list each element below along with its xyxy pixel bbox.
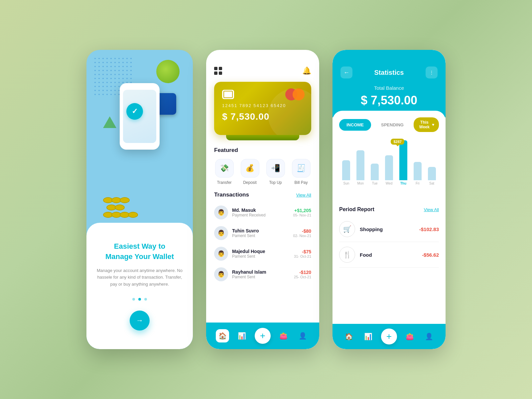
income-spending-toggle: INCOME SPENDING This Week ♥ — [339, 117, 439, 132]
trans-amount: -$120 — [294, 270, 311, 275]
notification-icon[interactable]: 🔔 — [302, 66, 311, 75]
shopping-label: Shopping — [360, 226, 383, 232]
statistics-title: Statistics — [374, 69, 404, 76]
bank-card-container: 12451 7892 54123 65420 $ 7,530.00 — [206, 82, 319, 140]
feature-billpay[interactable]: 🧾 Bill Pay — [292, 159, 311, 185]
bar-thu — [399, 140, 407, 180]
s3-nav-profile-icon[interactable]: 👤 — [423, 330, 436, 343]
coin — [120, 197, 130, 203]
trans-sub: Payment Received — [232, 213, 289, 217]
feature-deposit[interactable]: 💰 Deposit — [241, 159, 259, 185]
bar-wed — [385, 155, 393, 180]
period-report-title: Period Report — [339, 206, 374, 212]
nav-profile-icon[interactable]: 👤 — [296, 329, 310, 342]
bar-label-mon: Mon — [357, 182, 364, 185]
trans-amount-col: -$75 31- Oct-21 — [294, 249, 311, 258]
trans-amount-col: -$80 02- Nov-21 — [293, 228, 311, 238]
s3-nav-home-icon[interactable]: 🏠 — [342, 330, 355, 343]
feature-topup[interactable]: 📲 Top Up — [266, 159, 285, 185]
s3-nav-chart-icon[interactable]: 📊 — [362, 330, 375, 343]
bar-sun — [342, 160, 350, 180]
feature-transfer[interactable]: 💸 Transfer — [215, 159, 234, 185]
this-week-button[interactable]: This Week ♥ — [414, 117, 439, 132]
mastercard-red — [285, 88, 297, 100]
coins-decoration — [105, 197, 138, 218]
statistics-header: ← Statistics ⋮ Total Balance $ 7,530.00 — [332, 50, 446, 117]
bar-col-sun: Sun — [340, 139, 352, 185]
trans-amount: -$80 — [293, 228, 311, 234]
dot-3 — [144, 298, 147, 301]
food-amount: -$56.62 — [422, 252, 439, 258]
period-view-all[interactable]: View All — [424, 207, 439, 212]
screen2-home: 🔔 12451 7892 54123 65420 $ 7,530.00 Feat… — [206, 50, 319, 349]
card-shadow — [226, 135, 299, 140]
bar-label-sat: Sat — [429, 182, 434, 185]
stats-nav: ← Statistics ⋮ — [340, 66, 438, 78]
back-button[interactable]: ← — [340, 66, 352, 78]
screen3-statistics: ← Statistics ⋮ Total Balance $ 7,530.00 … — [332, 50, 446, 349]
bar-label-fri: Fri — [416, 182, 420, 185]
next-button[interactable] — [130, 311, 150, 331]
price-tooltip: $287 — [391, 139, 404, 145]
transactions-title: Transactions — [214, 192, 249, 198]
s3-nav-add-button[interactable]: + — [381, 329, 397, 344]
deposit-label: Deposit — [243, 180, 257, 185]
transactions-view-all[interactable]: View All — [296, 193, 311, 198]
bar-chart: $287 Sun Mon Tue Wed — [339, 139, 439, 199]
phone-body — [120, 83, 160, 150]
nav-chart-icon[interactable]: 📊 — [235, 329, 249, 342]
grid-cell — [219, 71, 222, 75]
statistics-bottom-nav: 🏠 📊 + 👛 👤 — [332, 324, 446, 349]
onboarding-bottom-panel: Easiest Way to Manage Your Wallet Manage… — [86, 223, 193, 349]
total-balance-label: Total Balance — [340, 85, 438, 91]
trans-name: Rayhanul Islam — [232, 269, 290, 275]
mastercard-logo — [285, 88, 305, 100]
deposit-icon: 💰 — [241, 159, 259, 178]
bar-mon — [356, 150, 364, 180]
pagination-dots — [132, 298, 147, 301]
nav-wallet-icon[interactable]: 👛 — [277, 329, 290, 342]
bar-col-tue: Tue — [369, 139, 381, 185]
bar-label-tue: Tue — [372, 182, 378, 185]
trans-info: Tuhin Suvro Pament Sent — [232, 228, 289, 238]
trans-date: 05- Nov-21 — [293, 213, 311, 217]
spending-tab[interactable]: SPENDING — [374, 119, 411, 131]
avatar-masuk: 👨 — [214, 205, 228, 219]
coin — [128, 212, 138, 218]
grid-cell — [214, 71, 217, 75]
transactions-header: Transactions View All — [206, 192, 319, 202]
nav-add-button[interactable]: + — [255, 328, 271, 344]
period-item-shopping: 🛒 Shopping -$102.83 — [339, 216, 439, 242]
trans-date: 02- Nov-21 — [293, 234, 311, 238]
trans-name: Md. Masuk — [232, 207, 289, 213]
coin — [115, 204, 125, 210]
onboarding-title: Easiest Way to Manage Your Wallet — [105, 241, 174, 262]
transfer-label: Transfer — [217, 180, 231, 185]
billpay-icon: 🧾 — [292, 159, 311, 178]
transaction-item: 👨 Md. Masuk Payment Received +$1,205 05-… — [206, 202, 319, 223]
s3-nav-wallet-icon[interactable]: 👛 — [403, 330, 416, 343]
trans-date: 25- Oct-21 — [294, 275, 311, 279]
card-number: 12451 7892 54123 65420 — [222, 103, 303, 108]
food-icon: 🍴 — [339, 247, 355, 263]
screen1-onboarding: Easiest Way to Manage Your Wallet Manage… — [86, 50, 193, 349]
statistics-content: INCOME SPENDING This Week ♥ $287 Sun Mon — [332, 111, 446, 324]
bar-col-sat: Sat — [426, 139, 438, 185]
grid-icon[interactable] — [214, 67, 222, 75]
nav-home-icon[interactable]: 🏠 — [216, 329, 229, 342]
mastercard-orange — [293, 88, 305, 100]
bar-tue — [371, 164, 379, 180]
trans-info: Majedul Hoque Pament Sent — [232, 249, 290, 259]
dot-2 — [138, 298, 141, 301]
avatar-rayhanul: 👨 — [214, 267, 228, 281]
trans-amount: -$75 — [294, 249, 311, 254]
avatar-tuhin: 👨 — [214, 226, 228, 240]
chart-bars-container: $287 Sun Mon Tue Wed — [339, 139, 439, 185]
period-item-food: 🍴 Food -$56.62 — [339, 242, 439, 268]
grid-cell — [219, 67, 222, 70]
income-tab[interactable]: INCOME — [339, 119, 371, 131]
grid-cell — [214, 67, 217, 70]
more-options-button[interactable]: ⋮ — [426, 66, 438, 78]
dot-1 — [132, 298, 135, 301]
total-balance-amount: $ 7,530.00 — [340, 93, 438, 107]
